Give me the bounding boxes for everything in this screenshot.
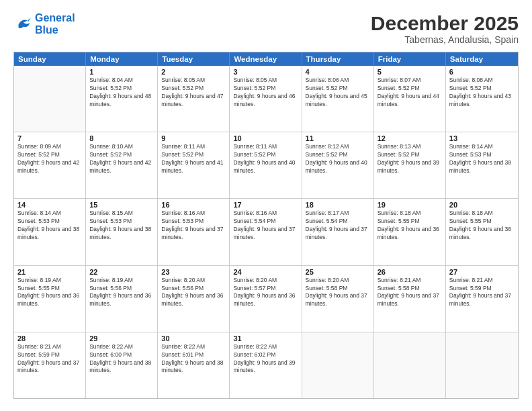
day-number: 10: [233, 134, 298, 142]
calendar-cell: 5Sunrise: 8:07 AMSunset: 5:52 PMDaylight…: [374, 66, 446, 132]
day-number: 16: [161, 201, 226, 209]
cell-info: Sunrise: 8:18 AMSunset: 5:55 PMDaylight:…: [449, 210, 515, 242]
calendar-row: 28Sunrise: 8:21 AMSunset: 5:59 PMDayligh…: [14, 332, 518, 398]
calendar-cell: 18Sunrise: 8:17 AMSunset: 5:54 PMDayligh…: [302, 199, 374, 265]
calendar-cell: 11Sunrise: 8:12 AMSunset: 5:52 PMDayligh…: [302, 132, 374, 198]
day-number: 22: [89, 268, 154, 276]
cell-info: Sunrise: 8:14 AMSunset: 5:53 PMDaylight:…: [17, 210, 82, 242]
day-number: 13: [449, 134, 515, 142]
cell-info: Sunrise: 8:06 AMSunset: 5:52 PMDaylight:…: [306, 77, 370, 109]
calendar-cell: 3Sunrise: 8:05 AMSunset: 5:52 PMDaylight…: [230, 66, 302, 132]
calendar-row: 7Sunrise: 8:09 AMSunset: 5:52 PMDaylight…: [14, 132, 518, 199]
cell-info: Sunrise: 8:20 AMSunset: 5:58 PMDaylight:…: [306, 277, 370, 309]
logo: General Blue: [13, 12, 75, 36]
calendar-cell: 29Sunrise: 8:22 AMSunset: 6:00 PMDayligh…: [86, 332, 158, 398]
day-number: 18: [306, 201, 370, 209]
day-number: 2: [161, 68, 226, 76]
day-number: 1: [89, 68, 154, 76]
calendar-row: 1Sunrise: 8:04 AMSunset: 5:52 PMDaylight…: [14, 66, 518, 132]
day-number: 24: [233, 268, 298, 276]
day-number: 6: [449, 68, 515, 76]
cell-info: Sunrise: 8:20 AMSunset: 5:57 PMDaylight:…: [233, 277, 298, 309]
cell-info: Sunrise: 8:21 AMSunset: 5:58 PMDaylight:…: [378, 277, 442, 309]
day-number: 21: [17, 268, 82, 276]
cell-info: Sunrise: 8:11 AMSunset: 5:52 PMDaylight:…: [233, 143, 298, 175]
calendar-body: 1Sunrise: 8:04 AMSunset: 5:52 PMDaylight…: [14, 66, 518, 398]
month-year: December 2025: [371, 12, 519, 34]
cell-info: Sunrise: 8:14 AMSunset: 5:53 PMDaylight:…: [449, 143, 515, 175]
calendar-cell: 1Sunrise: 8:04 AMSunset: 5:52 PMDaylight…: [86, 66, 158, 132]
day-number: 7: [17, 134, 82, 142]
calendar-cell: 30Sunrise: 8:22 AMSunset: 6:01 PMDayligh…: [158, 332, 230, 398]
calendar-cell: 22Sunrise: 8:19 AMSunset: 5:56 PMDayligh…: [86, 266, 158, 332]
calendar-cell: 13Sunrise: 8:14 AMSunset: 5:53 PMDayligh…: [446, 132, 518, 198]
day-number: 8: [89, 134, 154, 142]
day-number: 17: [233, 201, 298, 209]
cell-info: Sunrise: 8:21 AMSunset: 5:59 PMDaylight:…: [449, 277, 515, 309]
calendar-cell: 14Sunrise: 8:14 AMSunset: 5:53 PMDayligh…: [14, 199, 86, 265]
calendar-cell: 23Sunrise: 8:20 AMSunset: 5:56 PMDayligh…: [158, 266, 230, 332]
day-number: 19: [378, 201, 442, 209]
day-number: 20: [449, 201, 515, 209]
day-number: 15: [89, 201, 154, 209]
cell-info: Sunrise: 8:12 AMSunset: 5:52 PMDaylight:…: [306, 143, 370, 175]
cell-info: Sunrise: 8:11 AMSunset: 5:52 PMDaylight:…: [161, 143, 226, 175]
cell-info: Sunrise: 8:22 AMSunset: 6:01 PMDaylight:…: [161, 343, 226, 375]
cell-info: Sunrise: 8:19 AMSunset: 5:56 PMDaylight:…: [89, 277, 154, 309]
cell-info: Sunrise: 8:04 AMSunset: 5:52 PMDaylight:…: [89, 77, 154, 109]
weekday-header: Monday: [86, 52, 158, 66]
calendar-cell: 21Sunrise: 8:19 AMSunset: 5:55 PMDayligh…: [14, 266, 86, 332]
weekday-header: Thursday: [302, 52, 374, 66]
day-number: 26: [378, 268, 442, 276]
calendar-cell: 28Sunrise: 8:21 AMSunset: 5:59 PMDayligh…: [14, 332, 86, 398]
weekday-header: Friday: [374, 52, 446, 66]
day-number: 14: [17, 201, 82, 209]
cell-info: Sunrise: 8:13 AMSunset: 5:52 PMDaylight:…: [378, 143, 442, 175]
calendar: SundayMondayTuesdayWednesdayThursdayFrid…: [13, 52, 519, 399]
cell-info: Sunrise: 8:07 AMSunset: 5:52 PMDaylight:…: [378, 77, 442, 109]
calendar-cell: 7Sunrise: 8:09 AMSunset: 5:52 PMDaylight…: [14, 132, 86, 198]
calendar-header: SundayMondayTuesdayWednesdayThursdayFrid…: [14, 52, 518, 66]
day-number: 30: [161, 334, 226, 342]
calendar-cell: 27Sunrise: 8:21 AMSunset: 5:59 PMDayligh…: [446, 266, 518, 332]
cell-info: Sunrise: 8:05 AMSunset: 5:52 PMDaylight:…: [161, 77, 226, 109]
calendar-cell: 17Sunrise: 8:16 AMSunset: 5:54 PMDayligh…: [230, 199, 302, 265]
calendar-cell: 4Sunrise: 8:06 AMSunset: 5:52 PMDaylight…: [302, 66, 374, 132]
day-number: 12: [378, 134, 442, 142]
cell-info: Sunrise: 8:17 AMSunset: 5:54 PMDaylight:…: [306, 210, 370, 242]
calendar-cell: 20Sunrise: 8:18 AMSunset: 5:55 PMDayligh…: [446, 199, 518, 265]
day-number: 25: [306, 268, 370, 276]
cell-info: Sunrise: 8:18 AMSunset: 5:55 PMDaylight:…: [378, 210, 442, 242]
calendar-cell: 24Sunrise: 8:20 AMSunset: 5:57 PMDayligh…: [230, 266, 302, 332]
calendar-cell: 9Sunrise: 8:11 AMSunset: 5:52 PMDaylight…: [158, 132, 230, 198]
cell-info: Sunrise: 8:19 AMSunset: 5:55 PMDaylight:…: [17, 277, 82, 309]
cell-info: Sunrise: 8:20 AMSunset: 5:56 PMDaylight:…: [161, 277, 226, 309]
calendar-cell: 10Sunrise: 8:11 AMSunset: 5:52 PMDayligh…: [230, 132, 302, 198]
weekday-header: Tuesday: [158, 52, 230, 66]
calendar-row: 21Sunrise: 8:19 AMSunset: 5:55 PMDayligh…: [14, 266, 518, 332]
page: General Blue December 2025 Tabernas, And…: [0, 0, 532, 411]
cell-info: Sunrise: 8:10 AMSunset: 5:52 PMDaylight:…: [89, 143, 154, 175]
cell-info: Sunrise: 8:05 AMSunset: 5:52 PMDaylight:…: [233, 77, 298, 109]
calendar-cell: 16Sunrise: 8:16 AMSunset: 5:53 PMDayligh…: [158, 199, 230, 265]
day-number: 11: [306, 134, 370, 142]
logo-text: General Blue: [35, 12, 75, 36]
weekday-header: Saturday: [446, 52, 518, 66]
calendar-cell: 19Sunrise: 8:18 AMSunset: 5:55 PMDayligh…: [374, 199, 446, 265]
calendar-cell: 2Sunrise: 8:05 AMSunset: 5:52 PMDaylight…: [158, 66, 230, 132]
cell-info: Sunrise: 8:21 AMSunset: 5:59 PMDaylight:…: [17, 343, 82, 375]
day-number: 3: [233, 68, 298, 76]
calendar-cell: [302, 332, 374, 398]
title-block: December 2025 Tabernas, Andalusia, Spain: [371, 12, 519, 45]
cell-info: Sunrise: 8:09 AMSunset: 5:52 PMDaylight:…: [17, 143, 82, 175]
cell-info: Sunrise: 8:22 AMSunset: 6:02 PMDaylight:…: [233, 343, 298, 375]
cell-info: Sunrise: 8:22 AMSunset: 6:00 PMDaylight:…: [89, 343, 154, 375]
calendar-cell: 8Sunrise: 8:10 AMSunset: 5:52 PMDaylight…: [86, 132, 158, 198]
day-number: 29: [89, 334, 154, 342]
cell-info: Sunrise: 8:15 AMSunset: 5:53 PMDaylight:…: [89, 210, 154, 242]
header: General Blue December 2025 Tabernas, And…: [13, 12, 519, 45]
location: Tabernas, Andalusia, Spain: [371, 34, 519, 45]
calendar-cell: [14, 66, 86, 132]
day-number: 31: [233, 334, 298, 342]
weekday-header: Wednesday: [230, 52, 302, 66]
